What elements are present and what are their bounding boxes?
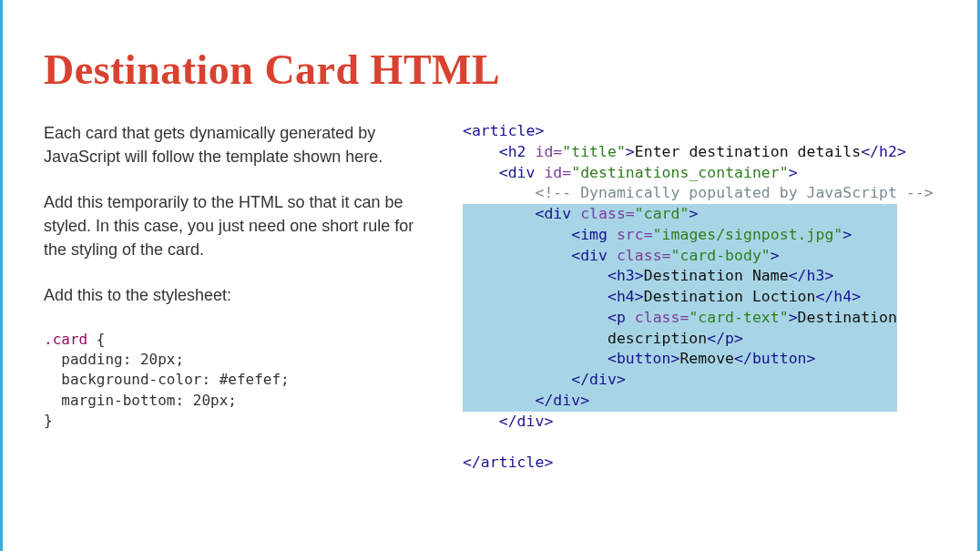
left-column: Each card that gets dynamically generate… (44, 121, 435, 474)
paragraph-3: Add this to the stylesheet: (44, 283, 435, 307)
attr-id: id= (536, 164, 572, 181)
css-snippet: .card { padding: 20px; background-color:… (44, 330, 435, 432)
p-text-2: description (607, 330, 707, 347)
tag-article-open: <article> (463, 122, 544, 139)
val-card-body: "card-body" (671, 247, 771, 264)
tag-h2-end: </h2> (861, 143, 906, 160)
val-title: "title" (562, 143, 626, 160)
tag-card-open: <div (535, 205, 571, 222)
tag-close: > (689, 205, 698, 222)
attr-src: src= (607, 226, 653, 243)
css-brace-open: { (87, 331, 105, 348)
tag-close: > (626, 143, 635, 160)
html-comment: <!-- Dynamically populated by JavaScript… (535, 184, 933, 201)
tag-body-open: <div (571, 247, 607, 264)
content-columns: Each card that gets dynamically generate… (44, 121, 936, 474)
tag-p-open: <p (607, 309, 626, 326)
highlighted-card-block: <div class="card"> <img src="images/sign… (463, 204, 897, 412)
tag-img-close: > (842, 226, 852, 243)
tag-article-end: </article> (463, 454, 553, 471)
tag-h4-open: <h4> (607, 288, 644, 305)
attr-id: id= (526, 143, 563, 160)
css-selector: .card (44, 331, 87, 348)
h4-text: Destination Loction (644, 288, 816, 305)
tag-h3-end: </h3> (789, 267, 834, 284)
attr-class: class= (571, 205, 635, 222)
val-card-text: "card-text" (689, 309, 788, 326)
attr-class: class= (626, 309, 689, 326)
button-text: Remove (679, 350, 734, 367)
tag-body-end: </div> (571, 371, 626, 388)
tag-close: > (771, 247, 780, 264)
attr-class: class= (607, 247, 671, 264)
html-snippet: <article> <h2 id="title">Enter destinati… (463, 121, 936, 474)
tag-div-open: <div (499, 164, 536, 181)
paragraph-2: Add this temporarily to the HTML so that… (44, 190, 435, 261)
tag-img-open: <img (571, 226, 607, 243)
right-column: <article> <h2 id="title">Enter destinati… (463, 121, 936, 474)
tag-h2-open: <h2 (499, 143, 526, 160)
val-src: "images/signpost.jpg" (653, 226, 843, 243)
slide-title: Destination Card HTML (44, 46, 936, 94)
h3-text: Destination Name (644, 267, 789, 284)
val-container: "destinations_container" (571, 164, 788, 181)
tag-close: > (789, 164, 798, 181)
tag-h4-end: </h4> (815, 288, 861, 305)
tag-h3-open: <h3> (607, 267, 644, 284)
css-rule-1: padding: 20px; (44, 351, 184, 368)
tag-close: > (789, 309, 798, 326)
p-text-1: Destination (798, 309, 897, 326)
paragraph-1: Each card that gets dynamically generate… (44, 121, 435, 168)
css-rule-3: margin-bottom: 20px; (44, 392, 237, 409)
tag-button-open: <button> (607, 350, 679, 367)
tag-div-end: </div> (499, 413, 554, 430)
tag-card-end: </div> (535, 392, 589, 409)
css-rule-2: background-color: #efefef; (44, 371, 290, 388)
h2-text: Enter destination details (635, 143, 861, 160)
val-card: "card" (635, 205, 689, 222)
css-brace-close: } (44, 412, 53, 429)
tag-p-end: </p> (707, 330, 743, 347)
tag-button-end: </button> (734, 350, 815, 367)
